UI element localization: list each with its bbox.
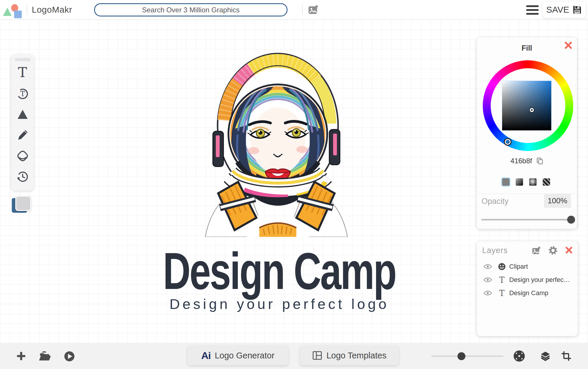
- saturation-marker[interactable]: [530, 108, 534, 112]
- bottom-bar: Ai Logo Generator Logo Templates: [0, 343, 588, 369]
- hex-value[interactable]: 416b8f: [510, 157, 532, 165]
- header-divider: [27, 5, 27, 15]
- fill-type-radial-gradient[interactable]: [529, 178, 537, 186]
- fill-type-solid[interactable]: [502, 178, 510, 186]
- fill-type-pattern[interactable]: [543, 178, 550, 186]
- clipart-smiley-icon: [497, 262, 507, 271]
- opacity-label: Opacity: [482, 197, 509, 206]
- logo-generator-label: Logo Generator: [215, 351, 274, 360]
- circle-text-tool-icon[interactable]: T: [16, 86, 30, 100]
- design-canvas[interactable]: T T: [0, 20, 588, 343]
- search-input[interactable]: [94, 3, 288, 16]
- template-icon: [312, 350, 322, 360]
- saturation-square[interactable]: [502, 81, 551, 130]
- layer-row-text-1[interactable]: T Design your perfec…: [477, 275, 578, 285]
- save-label: SAVE: [546, 5, 569, 15]
- fit-screen-icon[interactable]: [513, 350, 525, 363]
- eye-icon[interactable]: [483, 264, 492, 270]
- add-image-icon[interactable]: [532, 246, 542, 257]
- plus-icon[interactable]: [16, 351, 26, 363]
- close-icon[interactable]: [565, 246, 574, 255]
- logomakr-app: LogoMakr SAVE T: [0, 0, 588, 369]
- canvas-logo-tagline[interactable]: Design your perfect logo: [169, 296, 389, 312]
- eraser-tool-icon[interactable]: [16, 149, 30, 163]
- hue-marker[interactable]: [505, 139, 511, 145]
- svg-text:T: T: [20, 90, 25, 98]
- shapes-tool-icon[interactable]: [16, 107, 30, 121]
- logo-templates-label: Logo Templates: [326, 351, 386, 360]
- eye-icon[interactable]: [483, 290, 492, 296]
- astronaut-clipart[interactable]: [203, 47, 350, 237]
- layer-label: Clipart: [509, 263, 528, 270]
- fill-type-row: [502, 178, 550, 186]
- logo-generator-button[interactable]: Ai Logo Generator: [187, 346, 288, 365]
- palette-drag-handle[interactable]: [15, 58, 31, 61]
- history-tool-icon[interactable]: [16, 170, 30, 184]
- layers-stack-icon[interactable]: [540, 351, 551, 362]
- fill-color-swatch[interactable]: [15, 196, 31, 211]
- layer-row-clipart[interactable]: Clipart: [477, 261, 578, 272]
- tool-palette: T T: [11, 54, 34, 191]
- layer-label: Design Camp: [509, 289, 548, 297]
- add-image-icon[interactable]: [308, 4, 319, 16]
- layers-panel: Layers: [477, 241, 578, 336]
- ai-icon: Ai: [201, 350, 211, 361]
- gear-icon[interactable]: [548, 246, 558, 256]
- text-tool-icon[interactable]: T: [16, 65, 30, 79]
- zoom-slider[interactable]: [431, 355, 504, 357]
- logo-templates-button[interactable]: Logo Templates: [300, 346, 399, 365]
- opacity-slider-handle[interactable]: [567, 216, 575, 224]
- fill-type-linear-gradient[interactable]: [516, 178, 523, 186]
- layer-row-text-2[interactable]: T Design Camp: [477, 288, 578, 298]
- layers-panel-title: Layers: [482, 246, 508, 255]
- menu-icon[interactable]: [526, 5, 539, 15]
- draw-tool-icon[interactable]: [16, 128, 30, 142]
- zoom-slider-handle[interactable]: [457, 352, 465, 360]
- canvas-logo-title[interactable]: Design Camp: [163, 243, 396, 300]
- copy-icon[interactable]: [536, 157, 543, 165]
- header: LogoMakr SAVE: [0, 0, 588, 20]
- crop-icon[interactable]: [561, 351, 572, 363]
- fill-panel-title: Fill: [477, 44, 577, 52]
- brand-text: LogoMakr: [32, 5, 72, 14]
- open-folder-icon[interactable]: [39, 351, 51, 363]
- search-divider: [302, 5, 303, 15]
- eye-icon[interactable]: [483, 277, 492, 283]
- text-layer-icon: T: [497, 289, 507, 297]
- opacity-value[interactable]: 100%: [544, 194, 571, 208]
- opacity-slider[interactable]: [481, 219, 570, 220]
- brand-shapes-icon[interactable]: [3, 4, 24, 16]
- play-icon[interactable]: [64, 351, 75, 363]
- fill-panel: Fill 416b8f Opacity 100%: [477, 37, 577, 229]
- brand-name[interactable]: LogoMakr: [32, 5, 72, 15]
- save-button[interactable]: SAVE: [542, 1, 586, 18]
- layer-label: Design your perfec…: [509, 276, 570, 284]
- text-layer-icon: T: [497, 276, 507, 284]
- square-shape: [14, 11, 22, 18]
- triangle-shape: [3, 8, 12, 16]
- floppy-icon: [572, 5, 582, 15]
